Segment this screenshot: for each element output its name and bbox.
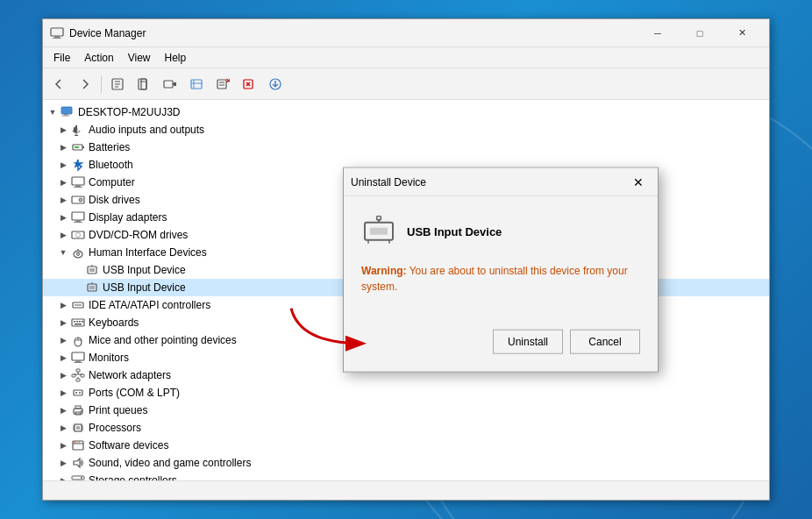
toolbar-properties[interactable] [105,72,130,96]
monitors-toggle[interactable]: ▶ [57,352,69,364]
menu-file[interactable]: File [46,50,77,66]
computer-toggle[interactable]: ▶ [57,176,69,188]
svg-rect-113 [370,228,388,235]
print-toggle[interactable]: ▶ [57,404,69,416]
titlebar-buttons: ─ □ ✕ [637,19,762,47]
tree-print[interactable]: ▶ Print queues [43,402,769,419]
network-label: Network adapters [89,369,171,381]
titlebar: Device Manager ─ □ ✕ [43,19,769,47]
audio-toggle[interactable]: ▶ [57,124,69,136]
toolbar-show-hidden[interactable] [184,72,209,96]
svg-rect-86 [76,426,80,430]
usb2-icon [85,281,99,295]
svg-rect-8 [141,79,146,89]
print-icon [71,403,85,417]
svg-point-45 [76,233,81,238]
svg-rect-78 [74,390,82,395]
toolbar: ✕ [43,68,769,100]
root-toggle[interactable]: ▼ [46,106,59,118]
usb2-label: USB Input Device [103,281,186,294]
software-toggle[interactable]: ▶ [57,439,69,451]
tree-sound[interactable]: ▶ Sound, video and game controllers [43,454,769,472]
network-toggle[interactable]: ▶ [57,369,69,381]
tree-root[interactable]: ▼ DESKTOP-M2UUJ3D [43,103,769,121]
toolbar-back[interactable] [46,72,71,96]
dvd-toggle[interactable]: ▶ [57,229,69,241]
tree-audio[interactable]: ▶ Audio inputs and outputs [43,121,769,139]
keyboards-icon [71,316,85,330]
menu-view[interactable]: View [121,50,158,66]
root-label: DESKTOP-M2UUJ3D [78,106,180,118]
ide-toggle[interactable]: ▶ [57,299,69,311]
batteries-toggle[interactable]: ▶ [57,141,69,153]
toolbar-forward[interactable] [73,72,97,96]
dialog-buttons: Uninstall Cancel [344,330,658,372]
maximize-button[interactable]: □ [680,19,720,47]
svg-point-79 [75,392,77,394]
audio-icon [71,123,85,137]
mice-toggle[interactable]: ▶ [57,334,69,346]
mice-label: Mice and other pointing devices [89,334,237,346]
menu-help[interactable]: Help [158,50,194,66]
processors-label: Processors [89,422,141,434]
tree-ports[interactable]: ▶ Ports (COM & LPT) [43,384,769,402]
svg-rect-27 [62,116,69,117]
svg-rect-61 [79,321,81,323]
bluetooth-toggle[interactable]: ▶ [57,159,69,171]
keyboards-toggle[interactable]: ▶ [57,316,69,329]
uninstall-button[interactable]: Uninstall [493,330,563,354]
storage-icon [71,473,85,480]
computer-label: Computer [89,176,135,188]
svg-point-46 [74,251,82,258]
close-button[interactable]: ✕ [722,19,762,47]
print-label: Print queues [89,404,147,416]
display-toggle[interactable]: ▶ [57,211,69,224]
usb1-label: USB Input Device [103,264,186,276]
dialog-content: USB Input Device Warning: You are about … [344,196,658,330]
ports-toggle[interactable]: ▶ [57,387,69,399]
svg-rect-35 [72,177,84,185]
toolbar-add[interactable]: ✕ [210,72,235,96]
svg-point-95 [75,442,76,444]
tree-storage[interactable]: ▶ Storage controllers [43,472,769,480]
hid-toggle[interactable]: ▼ [57,246,69,259]
storage-toggle[interactable]: ▶ [57,474,69,480]
tree-software[interactable]: ▶ Software devices [43,437,769,454]
menu-action[interactable]: Action [77,50,120,66]
svg-point-115 [377,216,381,220]
cancel-button[interactable]: Cancel [570,330,640,354]
window-title: Device Manager [69,27,637,39]
audio-label: Audio inputs and outputs [89,124,204,136]
dialog-close-button[interactable]: ✕ [626,169,651,194]
toolbar-uninstall[interactable] [237,72,261,96]
svg-rect-67 [72,352,84,360]
uninstall-dialog: Uninstall Device ✕ USB Inpu [343,167,659,373]
toolbar-scan[interactable] [158,72,182,96]
ide-label: IDE ATA/ATAPI controllers [89,299,210,311]
svg-marker-98 [74,459,80,467]
titlebar-icon [50,26,64,40]
warning-prefix: Warning: [361,265,407,277]
svg-rect-52 [89,268,95,272]
toolbar-update[interactable] [132,72,156,96]
toolbar-sep1 [101,75,102,93]
svg-rect-58 [72,319,84,326]
tree-processors[interactable]: ▶ Processors [43,419,769,437]
dialog-title: Uninstall Device [351,175,626,188]
dialog-device-name: USB Input Device [407,224,502,238]
disk-label: Disk drives [89,194,140,206]
display-icon [71,210,85,224]
mice-icon [71,333,85,347]
bluetooth-icon [71,158,85,172]
toolbar-download[interactable] [263,72,288,96]
minimize-button[interactable]: ─ [637,19,678,47]
svg-rect-12 [174,82,176,86]
svg-rect-31 [75,135,78,136]
sound-toggle[interactable]: ▶ [57,457,69,469]
processors-toggle[interactable]: ▶ [57,422,69,434]
svg-rect-60 [76,321,78,323]
processors-icon [71,421,85,435]
software-icon [71,438,85,452]
tree-batteries[interactable]: ▶ Batteries [43,139,769,156]
disk-toggle[interactable]: ▶ [57,194,69,206]
